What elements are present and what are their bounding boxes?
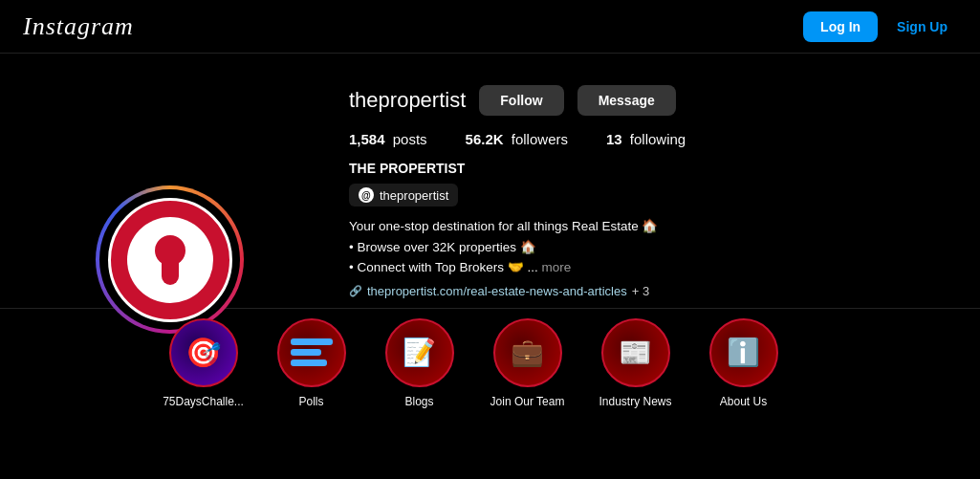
careers-icon: 💼 [511,337,544,368]
following-stat[interactable]: 13 following [606,131,686,147]
highlight-circle-polls [277,318,346,387]
highlight-circle-careers: 💼 [493,318,562,387]
highlight-label: Industry News [599,395,671,408]
highlight-item[interactable]: 📰 Industry News [595,318,676,408]
message-button[interactable]: Message [577,85,676,116]
header-buttons: Log In Sign Up [803,11,957,42]
link-text: thepropertist.com/real-estate-news-and-a… [367,284,627,298]
bio-line-1: Your one-stop destination for all things… [349,216,846,237]
display-name: THE PROPERTIST [349,161,942,176]
highlight-label: About Us [720,395,767,408]
highlight-label: Join Our Team [490,395,565,408]
instagram-logo: Instagram [23,12,134,41]
highlight-circle-about: ℹ️ [709,318,778,387]
posts-stat: 1,584 posts [349,131,427,147]
highlight-item[interactable]: ℹ️ About Us [703,318,784,408]
username: thepropertist [349,88,466,113]
threads-handle: thepropertist [380,188,448,203]
highlight-item[interactable]: 💼 Join Our Team [487,318,568,408]
highlight-label: 75DaysChalle... [163,395,244,408]
link-icon: 🔗 [349,285,362,297]
bio: Your one-stop destination for all things… [349,216,846,278]
highlight-circle-blogs: 📝 [385,318,454,387]
highlight-label: Blogs [404,395,433,408]
follow-button[interactable]: Follow [479,85,563,116]
link-suffix: + 3 [632,284,649,298]
threads-icon: @ [359,187,374,203]
blogs-icon: 📝 [403,337,436,368]
bio-line-2: • Browse over 32K properties 🏠 [349,237,846,258]
polls-icon [283,331,340,374]
highlight-circle-news: 📰 [601,318,670,387]
avatar [96,185,244,334]
about-icon: ℹ️ [727,337,760,368]
news-icon: 📰 [619,337,652,368]
signup-button[interactable]: Sign Up [887,11,957,42]
bio-more[interactable]: more [542,260,572,274]
bio-line-3: • Connect with Top Brokers 🤝 ... more [349,257,846,278]
header: Instagram Log In Sign Up [0,0,980,54]
highlight-item[interactable]: Polls [271,318,352,408]
stats-row: 1,584 posts 56.2K followers 13 following [349,131,942,147]
profile-info: thepropertist Follow Message 1,584 posts… [349,80,942,298]
threads-badge[interactable]: @ thepropertist [349,184,458,207]
login-button[interactable]: Log In [803,11,878,42]
followers-stat[interactable]: 56.2K followers [466,131,568,147]
highlight-circle-challenge: 🎯 [169,318,238,387]
profile-link[interactable]: 🔗 thepropertist.com/real-estate-news-and… [349,284,942,298]
highlight-item[interactable]: 📝 Blogs [379,318,460,408]
challenge-icon: 🎯 [185,336,221,369]
highlight-label: Polls [298,395,323,408]
